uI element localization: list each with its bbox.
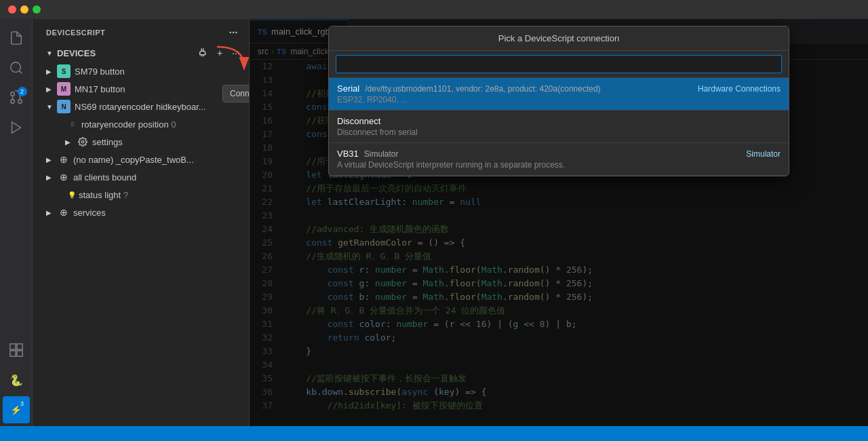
modal-item-serial[interactable]: Serial /dev/tty.usbmodem1101, vendor: 2e…	[329, 78, 789, 111]
modal-search-container	[329, 51, 789, 78]
ns69-label: NS69 rotaryencoder hidkeyboar...	[75, 102, 206, 112]
ns69-chevron: ▼	[46, 103, 57, 111]
svg-rect-9	[9, 351, 15, 356]
device-sm79[interactable]: ▶ S SM79 button	[33, 62, 249, 80]
svg-point-2	[18, 100, 22, 104]
devicescript-active-icon[interactable]: ⚡ 3	[3, 396, 30, 423]
allclients-item[interactable]: ▶ ⊕ all clients bound	[33, 168, 249, 186]
hardware-connections-tag: Hardware Connections	[698, 84, 781, 94]
sm79-label: SM79 button	[75, 66, 125, 77]
editor-area: TS main_click_rgb.ts src › TS main_click…	[250, 19, 868, 426]
disconnect-name: Disconnect	[337, 116, 380, 126]
run-debug-icon[interactable]	[3, 114, 30, 141]
svg-point-4	[10, 100, 14, 104]
devices-chevron: ▼	[46, 50, 57, 57]
settings-item[interactable]: ▶ settings	[33, 133, 249, 151]
ns69-icon: N	[57, 100, 71, 113]
rotaryencoder-item[interactable]: # rotaryencoder position 0	[33, 115, 249, 133]
mn17-label: MN17 button	[75, 84, 125, 94]
minimize-button[interactable]	[20, 5, 28, 14]
mn17-chevron: ▶	[46, 85, 57, 93]
svg-point-3	[10, 92, 14, 96]
disconnect-desc: Disconnect from serial	[337, 128, 781, 137]
close-button[interactable]	[8, 5, 16, 14]
svg-rect-10	[16, 351, 22, 356]
source-control-icon[interactable]: 2	[3, 84, 30, 111]
explorer-icon[interactable]	[3, 24, 30, 52]
sidebar-header: DEVICESCRIPT ···	[33, 19, 249, 43]
traffic-lights	[8, 5, 41, 14]
noname-item[interactable]: ▶ ⊕ (no name) _copyPaste_twoB...	[33, 151, 249, 168]
svg-point-0	[10, 62, 20, 73]
serial-item-title: Serial /dev/tty.usbmodem1101, vendor: 2e…	[337, 83, 781, 94]
more-actions-button[interactable]: ···	[226, 26, 241, 39]
sidebar: DEVICESCRIPT ··· ▼ DEVICES +	[33, 19, 250, 426]
activity-bar: 2 🐍 ⚡ 3	[0, 19, 33, 426]
titlebar	[0, 0, 868, 19]
sm79-icon: S	[57, 64, 71, 78]
extensions-icon[interactable]	[3, 337, 30, 364]
connect-icon[interactable]	[196, 45, 211, 60]
serial-name: Serial	[337, 83, 359, 94]
vb31-desc: A virtual DeviceScript interpreter runni…	[337, 160, 781, 170]
services-label: services	[73, 208, 106, 218]
connect-tooltip: Connect...	[222, 85, 250, 102]
statuslight-item[interactable]: 💡 status light ?	[33, 186, 249, 204]
svg-line-1	[19, 71, 22, 73]
devices-header-icons: + ···	[196, 45, 243, 60]
status-bar	[0, 426, 868, 441]
simulator-tag: Simulator	[746, 149, 781, 159]
modal-item-disconnect[interactable]: Disconnect Disconnect from serial	[329, 111, 789, 143]
devices-more-button[interactable]: ···	[229, 45, 243, 60]
vb31-meta: Simulator	[364, 149, 399, 159]
serial-desc: ESP32, RP2040, ...	[337, 95, 781, 104]
devices-header[interactable]: ▼ DEVICES + ···	[33, 43, 249, 62]
disconnect-item-title: Disconnect	[337, 116, 781, 126]
modal-overlay: Pick a DeviceScript connection Serial /d…	[250, 19, 868, 426]
svg-point-13	[81, 140, 84, 143]
sidebar-header-actions: ···	[226, 26, 241, 39]
device-ns69[interactable]: ▼ N NS69 rotaryencoder hidkeyboar...	[33, 98, 249, 115]
serial-item-main: Serial /dev/tty.usbmodem1101, vendor: 2e…	[337, 83, 781, 104]
maximize-button[interactable]	[33, 5, 41, 14]
modal-search-input[interactable]	[336, 55, 782, 73]
serial-meta: /dev/tty.usbmodem1101, vendor: 2e8a, pro…	[365, 84, 600, 94]
svg-rect-7	[9, 344, 15, 349]
mn17-icon: M	[57, 82, 71, 96]
search-icon[interactable]	[3, 54, 30, 81]
device-mn17[interactable]: ▶ M MN17 button	[33, 80, 249, 98]
disconnect-item-main: Disconnect Disconnect from serial	[337, 116, 781, 137]
devicescript-badge: 3	[18, 399, 27, 408]
add-device-button[interactable]: +	[212, 45, 227, 60]
vb31-item-main: VB31 Simulator Simulator A virtual Devic…	[337, 149, 781, 170]
modal: Pick a DeviceScript connection Serial /d…	[328, 26, 789, 176]
vb31-name: VB31	[337, 149, 359, 159]
modal-item-vb31[interactable]: VB31 Simulator Simulator A virtual Devic…	[329, 143, 789, 176]
svg-rect-8	[16, 344, 22, 349]
modal-title: Pick a DeviceScript connection	[329, 26, 789, 51]
vb31-item-title: VB31 Simulator Simulator	[337, 149, 781, 159]
python-icon[interactable]: 🐍	[3, 366, 30, 394]
source-control-badge: 2	[18, 87, 27, 96]
sm79-chevron: ▶	[46, 68, 57, 75]
services-item[interactable]: ▶ ⊕ services	[33, 204, 249, 221]
devices-label: DEVICES	[57, 48, 196, 58]
devices-section: ▼ DEVICES + ··· Connect...	[33, 43, 249, 221]
sidebar-title: DEVICESCRIPT	[46, 28, 105, 37]
allclients-label: all clients bound	[73, 172, 136, 183]
svg-marker-6	[12, 122, 20, 134]
